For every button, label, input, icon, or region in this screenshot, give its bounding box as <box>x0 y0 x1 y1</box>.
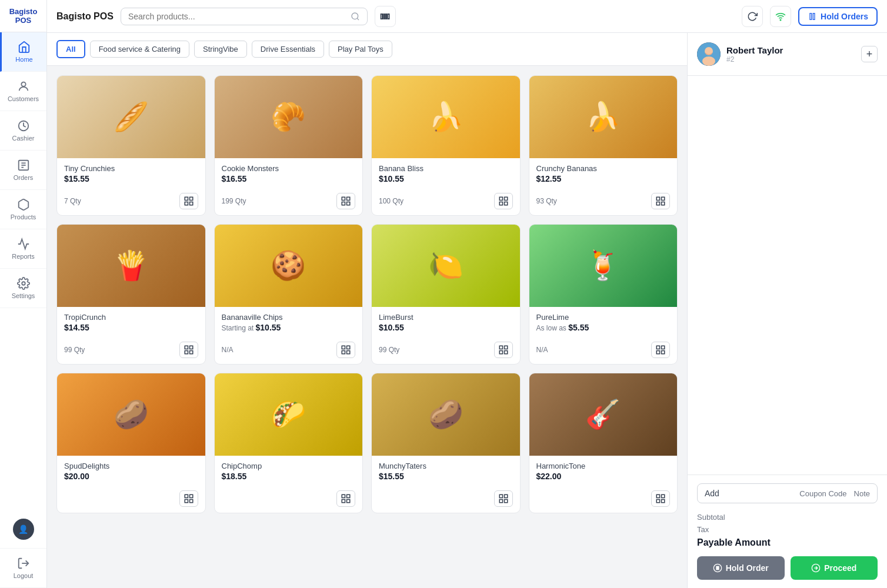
sidebar-item-reports[interactable]: Reports <box>0 229 46 269</box>
svg-line-9 <box>357 18 359 20</box>
product-action-button[interactable] <box>336 342 355 358</box>
svg-rect-36 <box>189 351 192 354</box>
coupon-code-link[interactable]: Coupon Code <box>799 489 846 498</box>
proceed-button[interactable]: Proceed <box>791 556 878 580</box>
svg-rect-24 <box>347 202 350 205</box>
refresh-button[interactable] <box>742 6 763 27</box>
content-area: All Food service & Catering StringVibe D… <box>47 33 887 588</box>
product-image: 🍌 <box>372 76 520 158</box>
search-input[interactable] <box>128 12 346 21</box>
home-label: Home <box>15 56 32 63</box>
product-price: $10.55 <box>379 174 513 183</box>
svg-rect-11 <box>383 14 384 18</box>
subtotal-label: Subtotal <box>697 513 725 522</box>
product-action-button[interactable] <box>494 193 513 209</box>
product-card[interactable]: 🥔MunchyTaters$15.55 <box>371 373 521 513</box>
search-bar[interactable] <box>121 8 368 25</box>
grid-icon <box>498 493 509 504</box>
barcode-scan-button[interactable] <box>375 6 396 27</box>
grid-icon <box>655 493 666 504</box>
product-image: 🥔 <box>372 373 520 456</box>
pause-circle-icon <box>713 563 722 573</box>
main-content: Bagisto POS <box>47 0 887 588</box>
product-action-button[interactable] <box>494 490 513 507</box>
product-card[interactable]: 🥖Tiny Crunchies$15.557 Qty <box>56 75 206 216</box>
product-action-button[interactable] <box>651 193 670 209</box>
hold-order-button[interactable]: Hold Order <box>697 556 785 580</box>
product-price: $12.55 <box>536 174 671 183</box>
svg-rect-61 <box>499 500 502 503</box>
product-card[interactable]: 🍌Banana Bliss$10.55100 Qty <box>371 75 521 216</box>
product-card[interactable]: 🎸HarmonicTone$22.00 <box>529 373 678 513</box>
product-action-button[interactable] <box>651 490 670 507</box>
search-icon <box>351 12 360 21</box>
sidebar-item-products[interactable]: Products <box>0 190 46 229</box>
product-image: 🥔 <box>57 373 205 456</box>
product-qty: N/A <box>222 346 234 354</box>
tab-drive-essentials[interactable]: Drive Essentials <box>252 41 324 58</box>
svg-rect-32 <box>662 202 665 205</box>
product-card[interactable]: 🌮ChipChomp$18.55 <box>214 373 364 513</box>
user-avatar: 👤 <box>13 519 34 540</box>
tab-all[interactable]: All <box>56 40 85 58</box>
svg-point-68 <box>702 56 715 66</box>
cart-footer: Add Coupon Code Note Subtotal Tax <box>688 475 887 588</box>
sidebar-item-user[interactable]: 👤 <box>0 510 46 549</box>
tax-label: Tax <box>697 525 709 534</box>
svg-rect-23 <box>347 197 350 200</box>
sidebar-item-home[interactable]: Home <box>0 32 46 72</box>
sidebar-item-logout[interactable]: Logout <box>0 549 46 588</box>
product-action-button[interactable] <box>651 342 670 358</box>
product-action-button[interactable] <box>179 193 198 209</box>
product-action-button[interactable] <box>494 342 513 358</box>
grid-icon <box>184 345 194 355</box>
tab-play-pal-toys[interactable]: Play Pal Toys <box>329 41 392 58</box>
product-name: Cookie Monsters <box>222 164 356 173</box>
product-card[interactable]: 🍹PureLimeAs low as $5.55N/A <box>529 224 678 365</box>
product-card[interactable]: 🥐Cookie Monsters$16.55199 Qty <box>214 75 364 216</box>
svg-rect-26 <box>499 197 502 200</box>
svg-point-8 <box>352 13 358 19</box>
tab-stringvibe[interactable]: StringVibe <box>194 41 247 58</box>
product-action-button[interactable] <box>179 490 198 507</box>
product-name: Crunchy Bananas <box>536 164 671 173</box>
svg-rect-39 <box>347 346 350 349</box>
svg-rect-35 <box>189 346 192 349</box>
wifi-button[interactable] <box>770 6 791 27</box>
svg-rect-65 <box>656 500 659 503</box>
hold-orders-button[interactable]: Hold Orders <box>798 7 878 26</box>
product-card[interactable]: 🍪Bananaville ChipsStarting at $10.55N/A <box>214 224 364 365</box>
svg-point-0 <box>21 82 25 86</box>
sidebar-item-orders[interactable]: Orders <box>0 151 46 190</box>
product-card[interactable]: 🥔SpudDelights$20.00 <box>56 373 206 513</box>
product-action-button[interactable] <box>179 342 198 358</box>
tab-food-catering[interactable]: Food service & Catering <box>90 41 189 58</box>
product-price: $20.00 <box>64 472 198 481</box>
product-price: $14.55 <box>64 323 198 332</box>
cart-add-links: Coupon Code Note <box>799 489 870 498</box>
category-tabs: All Food service & Catering StringVibe D… <box>47 33 687 66</box>
product-card[interactable]: 🍟TropiCrunch$14.5599 Qty <box>56 224 206 365</box>
svg-rect-49 <box>656 351 659 354</box>
sidebar-item-cashier[interactable]: Cashier <box>0 111 46 151</box>
settings-icon <box>17 277 30 290</box>
svg-rect-20 <box>189 202 192 205</box>
svg-rect-47 <box>662 346 665 349</box>
note-link[interactable]: Note <box>854 489 870 498</box>
grid-icon <box>341 493 351 504</box>
product-name: Banana Bliss <box>379 164 513 173</box>
sidebar: Bagisto POS Home Customers Cashier Order… <box>0 0 47 588</box>
svg-rect-71 <box>716 566 717 569</box>
product-action-button[interactable] <box>336 193 355 209</box>
product-price: $15.55 <box>379 472 513 481</box>
product-price: $18.55 <box>222 472 356 481</box>
product-action-button[interactable] <box>336 490 355 507</box>
sidebar-item-settings[interactable]: Settings <box>0 269 46 308</box>
grid-icon <box>341 345 351 355</box>
sidebar-item-customers[interactable]: Customers <box>0 72 46 111</box>
cart-add-customer-button[interactable]: + <box>861 46 878 62</box>
subtotal-row: Subtotal <box>697 513 878 522</box>
product-card[interactable]: 🍋LimeBurst$10.5599 Qty <box>371 224 521 365</box>
svg-rect-48 <box>662 351 665 354</box>
product-card[interactable]: 🍌Crunchy Bananas$12.5593 Qty <box>529 75 678 216</box>
